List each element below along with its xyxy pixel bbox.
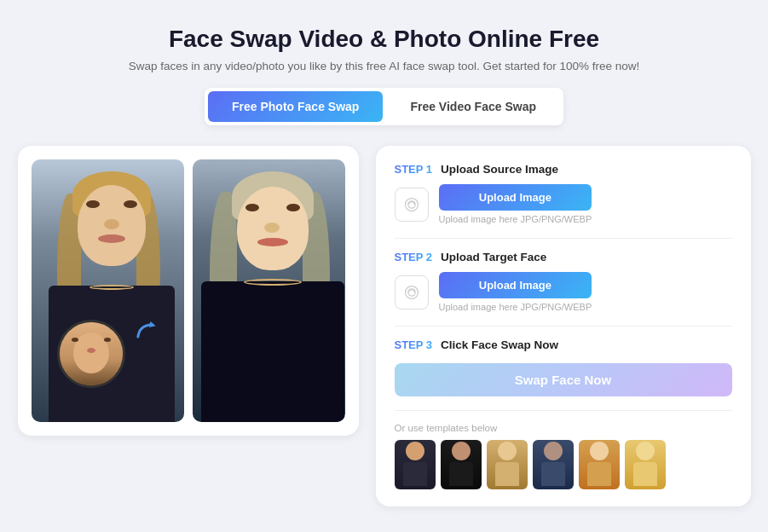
template-thumb-4[interactable] [533, 440, 574, 489]
step-3-description: Click Face Swap Now [441, 338, 558, 351]
step-2-upload-controls: Upload Image Upload image here JPG/PNG/W… [439, 272, 592, 312]
tab-photo[interactable]: Free Photo Face Swap [208, 91, 383, 122]
svg-point-2 [405, 198, 418, 211]
swap-face-button[interactable]: Swap Face Now [395, 363, 732, 396]
step-1-label: STEP 1 [395, 163, 433, 176]
source-face-circle [57, 320, 125, 388]
template-thumb-3[interactable] [487, 440, 528, 489]
upload-target-hint: Upload image here JPG/PNG/WEBP [439, 302, 592, 312]
source-demo-image [32, 159, 184, 422]
result-demo-image [193, 159, 345, 422]
step-1-section: STEP 1 Upload Source Image Upload Image … [395, 163, 732, 239]
template-thumb-6[interactable] [625, 440, 666, 489]
steps-panel: STEP 1 Upload Source Image Upload Image … [376, 146, 751, 506]
step-1-upload-area: Upload Image Upload image here JPG/PNG/W… [395, 184, 732, 224]
step-2-label: STEP 2 [395, 251, 433, 263]
template-thumb-5[interactable] [579, 440, 620, 489]
step-3-header: STEP 3 Click Face Swap Now [395, 338, 732, 351]
step-1-description: Upload Source Image [441, 163, 558, 176]
page-title: Face Swap Video & Photo Online Free [129, 26, 640, 53]
svg-point-4 [405, 286, 418, 298]
templates-label: Or use templates below [395, 423, 732, 433]
demo-panel [18, 146, 359, 436]
step-3-section: STEP 3 Click Face Swap Now Swap Face Now [395, 338, 732, 411]
templates-row [395, 440, 732, 489]
step-1-upload-controls: Upload Image Upload image here JPG/PNG/W… [439, 184, 592, 224]
upload-source-hint: Upload image here JPG/PNG/WEBP [439, 214, 592, 224]
main-content: STEP 1 Upload Source Image Upload Image … [18, 146, 751, 506]
tab-bar: Free Photo Face Swap Free Video Face Swa… [205, 88, 563, 125]
upload-source-icon [395, 188, 429, 222]
step-1-header: STEP 1 Upload Source Image [395, 163, 732, 176]
upload-source-button[interactable]: Upload Image [439, 184, 592, 211]
templates-section: Or use templates below [395, 423, 732, 489]
step-2-section: STEP 2 Upload Target Face Upload Image U… [395, 251, 732, 327]
upload-target-button[interactable]: Upload Image [439, 272, 592, 298]
step-2-description: Upload Target Face [441, 251, 546, 263]
page-header: Face Swap Video & Photo Online Free Swap… [129, 26, 640, 72]
tab-video[interactable]: Free Video Face Swap [386, 91, 560, 122]
template-thumb-2[interactable] [441, 440, 482, 489]
template-thumb-1[interactable] [395, 440, 436, 489]
step-3-label: STEP 3 [395, 338, 433, 351]
step-2-header: STEP 2 Upload Target Face [395, 251, 732, 263]
step-2-upload-area: Upload Image Upload image here JPG/PNG/W… [395, 272, 732, 312]
page-subtitle: Swap faces in any video/photo you like b… [129, 60, 640, 72]
upload-target-icon [395, 275, 429, 309]
